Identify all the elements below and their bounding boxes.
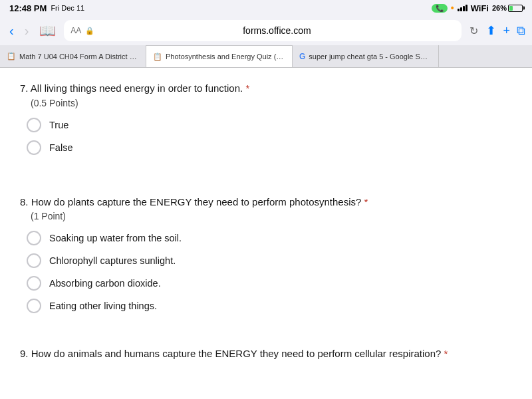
reader-icon[interactable]: 📖 (37, 23, 59, 39)
question-7-title: 7. All living things need energy in orde… (20, 81, 512, 96)
option-chlorophyll[interactable]: Chlorophyll captures sunlight. (27, 253, 512, 268)
browser-actions: ⬆ + ⧉ (486, 23, 525, 38)
tab-google-icon: G (299, 52, 305, 61)
status-date: Fri Dec 11 (51, 4, 84, 12)
question-7: 7. All living things need energy in orde… (20, 81, 512, 155)
share-button[interactable]: ⬆ (486, 23, 496, 38)
option-chlorophyll-label: Chlorophyll captures sunlight. (49, 255, 176, 266)
question-8-required: * (364, 196, 368, 207)
question-9-number: 9. How do animals and humans capture the… (20, 348, 441, 359)
radio-water[interactable] (27, 231, 41, 245)
tabs-bar: 📋 Math 7 U04 CH04 Form A District Common… (0, 45, 532, 68)
radio-eating[interactable] (27, 299, 41, 313)
tab-photosynthesis-label: Photosynthesis and Energy Quiz (Copy) (166, 53, 285, 61)
question-7-options: True False (20, 118, 512, 155)
option-false[interactable]: False (27, 140, 512, 155)
battery-icon (508, 5, 523, 12)
address-bar[interactable]: AA 🔒 forms.office.com (64, 20, 462, 41)
page-content: 7. All living things need energy in orde… (0, 68, 532, 399)
option-carbon-label: Absorbing carbon dioxide. (49, 278, 161, 289)
back-button[interactable]: ‹ (7, 23, 17, 39)
option-false-label: False (49, 142, 72, 153)
call-icon: 📞 (432, 4, 448, 13)
dot-indicator: • (451, 3, 454, 13)
signal-bars (458, 5, 467, 11)
tabs-overview-button[interactable]: ⧉ (517, 24, 525, 38)
question-8: 8. How do plants capture the ENERGY they… (20, 195, 512, 314)
new-tab-button[interactable]: + (503, 24, 510, 38)
status-indicators: 📞 • WiFi 26% (432, 3, 523, 13)
question-7-points: (0.5 Points) (20, 98, 512, 108)
forward-button[interactable]: › (22, 23, 32, 39)
browser-chrome: ‹ › 📖 AA 🔒 forms.office.com ↻ ⬆ + ⧉ (0, 16, 532, 45)
option-water-label: Soaking up water from the soil. (49, 233, 182, 243)
option-eating-label: Eating other living things. (49, 301, 157, 311)
reload-button[interactable]: ↻ (467, 25, 481, 37)
tab-math-label: Math 7 U04 CH04 Form A District Common A… (19, 53, 139, 61)
radio-true[interactable] (27, 118, 41, 132)
question-8-points: (1 Point) (20, 211, 512, 221)
question-9-required: * (444, 348, 448, 359)
lock-icon: 🔒 (85, 27, 94, 35)
question-8-number: 8. How do plants capture the ENERGY they… (20, 196, 361, 207)
option-true[interactable]: True (27, 118, 512, 132)
option-eating[interactable]: Eating other living things. (27, 299, 512, 313)
question-7-number: 7. All living things need energy in orde… (20, 82, 243, 94)
status-bar: 12:48 PM Fri Dec 11 📞 • WiFi 26% (0, 0, 532, 16)
tab-photosynthesis[interactable]: 📋 Photosynthesis and Energy Quiz (Copy) (146, 45, 293, 67)
option-true-label: True (49, 120, 68, 130)
tab-math-icon: 📋 (7, 52, 16, 61)
tab-google-label: super jump cheat gta 5 - Google Search (309, 53, 432, 61)
question-7-required: * (245, 82, 249, 94)
radio-chlorophyll[interactable] (27, 253, 41, 268)
radio-carbon[interactable] (27, 276, 41, 291)
radio-false[interactable] (27, 140, 41, 155)
question-9-title: 9. How do animals and humans capture the… (20, 346, 512, 362)
wifi-icon: WiFi (471, 3, 489, 13)
tab-photosynthesis-icon: 📋 (153, 53, 162, 61)
text-size-button[interactable]: AA (70, 26, 81, 35)
question-8-title: 8. How do plants capture the ENERGY they… (20, 195, 512, 210)
battery-percent: 26% (492, 4, 507, 12)
question-9: 9. How do animals and humans capture the… (20, 346, 512, 362)
question-8-options: Soaking up water from the soil. Chloroph… (20, 231, 512, 313)
option-carbon[interactable]: Absorbing carbon dioxide. (27, 276, 512, 291)
url-display[interactable]: forms.office.com (98, 25, 455, 36)
status-time: 12:48 PM (9, 3, 47, 13)
option-water[interactable]: Soaking up water from the soil. (27, 231, 512, 245)
battery-indicator: 26% (492, 4, 523, 12)
tab-google[interactable]: G super jump cheat gta 5 - Google Search (293, 45, 439, 67)
tab-math[interactable]: 📋 Math 7 U04 CH04 Form A District Common… (0, 45, 146, 67)
